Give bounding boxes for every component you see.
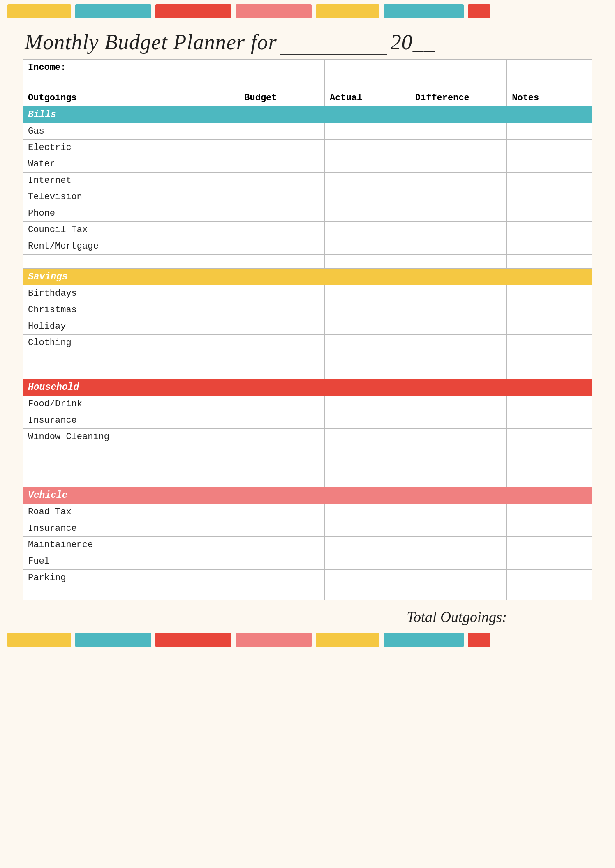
- swatch-bottom-yellow-2: [316, 633, 379, 647]
- diff-holiday: [410, 318, 506, 335]
- row-maintainence: Maintainence: [23, 537, 592, 553]
- swatch-yellow-1: [7, 4, 71, 18]
- notes-gas: [507, 123, 592, 140]
- diff-window-cleaning: [410, 429, 506, 445]
- swatch-red-1: [155, 4, 231, 18]
- notes-maintainence: [507, 537, 592, 553]
- label-phone: Phone: [23, 205, 239, 222]
- budget-maintainence: [239, 537, 325, 553]
- spacer-row-bills: [23, 255, 592, 269]
- budget-internet: [239, 173, 325, 189]
- header-budget: Budget: [239, 90, 325, 106]
- row-insurance-vehicle: Insurance: [23, 520, 592, 537]
- actual-christmas: [325, 302, 410, 318]
- label-internet: Internet: [23, 173, 239, 189]
- actual-fuel: [325, 553, 410, 570]
- title-text: Monthly Budget Planner for: [25, 30, 277, 54]
- label-insurance-household: Insurance: [23, 412, 239, 429]
- row-road-tax: Road Tax: [23, 504, 592, 520]
- color-bar-bottom: [0, 629, 615, 651]
- budget-rent-mortgage: [239, 238, 325, 255]
- budget-clothing: [239, 335, 325, 351]
- row-insurance-household: Insurance: [23, 412, 592, 429]
- swatch-pink-1: [236, 4, 312, 18]
- notes-rent-mortgage: [507, 238, 592, 255]
- income-budget: [239, 60, 325, 76]
- diff-maintainence: [410, 537, 506, 553]
- actual-food-drink: [325, 396, 410, 412]
- actual-birthdays: [325, 285, 410, 302]
- actual-council-tax: [325, 222, 410, 238]
- swatch-yellow-2: [316, 4, 379, 18]
- diff-fuel: [410, 553, 506, 570]
- row-holiday: Holiday: [23, 318, 592, 335]
- section-household-label: Household: [23, 379, 592, 396]
- section-household: Household: [23, 379, 592, 396]
- budget-water: [239, 156, 325, 173]
- income-notes: [507, 60, 592, 76]
- notes-clothing: [507, 335, 592, 351]
- budget-christmas: [239, 302, 325, 318]
- diff-gas: [410, 123, 506, 140]
- actual-internet: [325, 173, 410, 189]
- notes-insurance-household: [507, 412, 592, 429]
- budget-road-tax: [239, 504, 325, 520]
- budget-insurance-vehicle: [239, 520, 325, 537]
- actual-insurance-vehicle: [325, 520, 410, 537]
- budget-table-wrap: Income: Outgoings Budget Actual Differen…: [0, 59, 615, 604]
- label-council-tax: Council Tax: [23, 222, 239, 238]
- notes-birthdays: [507, 285, 592, 302]
- section-vehicle: Vehicle: [23, 487, 592, 504]
- label-insurance-vehicle: Insurance: [23, 520, 239, 537]
- swatch-bottom-red-2: [468, 633, 490, 647]
- income-label: Income:: [23, 60, 239, 76]
- color-bar-top: [0, 0, 615, 23]
- row-gas: Gas: [23, 123, 592, 140]
- total-blank: [510, 608, 592, 626]
- row-fuel: Fuel: [23, 553, 592, 570]
- label-birthdays: Birthdays: [23, 285, 239, 302]
- actual-maintainence: [325, 537, 410, 553]
- diff-road-tax: [410, 504, 506, 520]
- diff-water: [410, 156, 506, 173]
- budget-parking: [239, 570, 325, 586]
- notes-christmas: [507, 302, 592, 318]
- year-blank: __: [413, 30, 435, 54]
- row-clothing: Clothing: [23, 335, 592, 351]
- notes-council-tax: [507, 222, 592, 238]
- swatch-bottom-red-1: [155, 633, 231, 647]
- label-road-tax: Road Tax: [23, 504, 239, 520]
- notes-phone: [507, 205, 592, 222]
- spacer-row-household-1: [23, 445, 592, 459]
- notes-road-tax: [507, 504, 592, 520]
- spacer-row-savings-2: [23, 365, 592, 379]
- label-electric: Electric: [23, 140, 239, 156]
- actual-parking: [325, 570, 410, 586]
- swatch-teal-1: [75, 4, 151, 18]
- diff-phone: [410, 205, 506, 222]
- notes-fuel: [507, 553, 592, 570]
- section-savings-label: Savings: [23, 269, 592, 285]
- swatch-bottom-yellow-1: [7, 633, 71, 647]
- row-window-cleaning: Window Cleaning: [23, 429, 592, 445]
- swatch-bottom-teal-1: [75, 633, 151, 647]
- label-television: Television: [23, 189, 239, 205]
- budget-birthdays: [239, 285, 325, 302]
- swatch-bottom-pink-1: [236, 633, 312, 647]
- budget-holiday: [239, 318, 325, 335]
- row-food-drink: Food/Drink: [23, 396, 592, 412]
- budget-gas: [239, 123, 325, 140]
- row-internet: Internet: [23, 173, 592, 189]
- row-rent-mortgage: Rent/Mortgage: [23, 238, 592, 255]
- diff-christmas: [410, 302, 506, 318]
- diff-insurance-vehicle: [410, 520, 506, 537]
- row-television: Television: [23, 189, 592, 205]
- label-gas: Gas: [23, 123, 239, 140]
- actual-window-cleaning: [325, 429, 410, 445]
- section-bills-label: Bills: [23, 106, 592, 123]
- notes-food-drink: [507, 396, 592, 412]
- diff-birthdays: [410, 285, 506, 302]
- row-electric: Electric: [23, 140, 592, 156]
- section-savings: Savings: [23, 269, 592, 285]
- notes-holiday: [507, 318, 592, 335]
